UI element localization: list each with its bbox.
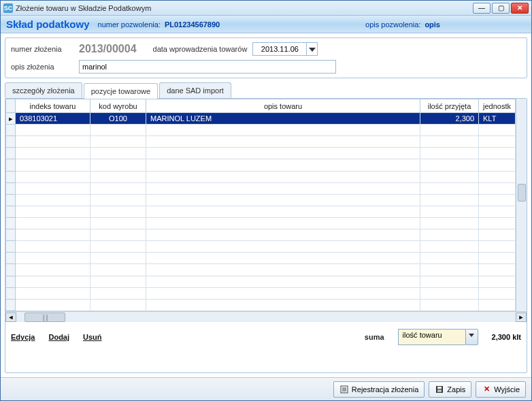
tab-items[interactable]: pozycje towarowe (84, 83, 158, 99)
cell-unit: KLT (479, 113, 516, 125)
hscroll-thumb[interactable] (24, 312, 65, 322)
table-row[interactable] (6, 171, 516, 182)
col-description[interactable]: opis towaru (146, 99, 420, 113)
entry-date-label: data wprowadzenia towarów (153, 45, 248, 53)
form-panel: numer złożenia 2013/00004 data wprowadze… (5, 37, 527, 78)
table-row[interactable] (6, 159, 516, 171)
col-quantity[interactable]: ilość przyjęta (420, 99, 479, 113)
cell-index: 038103021 (16, 113, 90, 125)
exit-button[interactable]: ✕ Wyjście (476, 381, 526, 398)
svg-rect-6 (437, 389, 442, 392)
minimize-button[interactable]: — (473, 3, 491, 14)
table-row[interactable] (6, 125, 516, 136)
header-bar: Skład podatkowy numer pozwolenia: PL0123… (1, 16, 531, 33)
bottom-toolbar: Rejestracja złożenia Zapis ✕ Wyjście (1, 377, 531, 400)
permit-number-label: numer pozwolenia: (98, 20, 161, 29)
window-buttons: — ▢ ✕ (473, 3, 529, 14)
content-area: numer złożenia 2013/00004 data wprowadze… (1, 33, 531, 377)
delete-button[interactable]: Usuń (83, 333, 102, 341)
sum-type-value: ilość towaru (398, 329, 466, 345)
col-unit[interactable]: jednostk (479, 99, 516, 113)
table-row[interactable] (6, 276, 516, 287)
table-row[interactable] (6, 206, 516, 217)
items-grid: indeks towaru kod wyrobu opis towaru ilo… (5, 99, 516, 311)
hscroll-left-icon[interactable]: ◄ (5, 312, 16, 322)
edit-button[interactable]: Edycja (11, 333, 35, 341)
maximize-button[interactable]: ▢ (492, 3, 510, 14)
window: SC Złożenie towaru w Składzie Podatkowym… (0, 0, 532, 401)
sum-value: 2,300 klt (492, 333, 521, 341)
register-submission-button[interactable]: Rejestracja złożenia (333, 381, 425, 398)
table-row[interactable] (6, 229, 516, 241)
titlebar: SC Złożenie towaru w Składzie Podatkowym… (1, 1, 531, 16)
tab-details[interactable]: szczegóły złożenia (5, 82, 82, 98)
floppy-icon (435, 385, 444, 394)
table-row[interactable] (6, 194, 516, 206)
submission-number-label: numer złożenia (11, 45, 73, 53)
document-icon (339, 385, 349, 394)
submission-desc-input[interactable] (79, 60, 336, 74)
row-header-corner (6, 99, 16, 113)
exit-label: Wyjście (494, 385, 520, 394)
table-row[interactable] (6, 217, 516, 229)
sum-type-combo[interactable]: ilość towaru (398, 329, 478, 345)
col-code[interactable]: kod wyrobu (90, 99, 146, 113)
table-row[interactable] (6, 148, 516, 159)
entry-date-input[interactable] (252, 42, 307, 56)
table-row[interactable] (6, 182, 516, 194)
hscroll-right-icon[interactable]: ► (516, 312, 527, 322)
add-button[interactable]: Dodaj (48, 333, 69, 341)
close-icon: ✕ (482, 385, 491, 394)
close-button[interactable]: ✕ (511, 3, 529, 14)
table-row[interactable] (6, 253, 516, 264)
submission-number-value: 2013/00004 (79, 43, 137, 55)
brand-title: Skład podatkowy (6, 18, 90, 30)
chevron-down-icon[interactable] (466, 329, 478, 345)
save-button[interactable]: Zapis (429, 381, 471, 398)
permit-desc-value: opis (425, 20, 440, 29)
grid-wrap: indeks towaru kod wyrobu opis towaru ilo… (5, 99, 527, 311)
window-title: Złożenie towaru w Składzie Podatkowym (16, 4, 473, 12)
cell-quantity: 2,300 (420, 113, 479, 125)
permit-desc-label: opis pozwolenia: (365, 20, 420, 29)
app-icon: SC (3, 3, 13, 13)
horizontal-scrollbar[interactable]: ◄ ► (5, 311, 527, 322)
sum-label: suma (365, 333, 384, 341)
date-picker-icon[interactable] (307, 42, 318, 56)
row-indicator-icon: ▸ (6, 113, 16, 125)
register-label: Rejestracja złożenia (352, 385, 418, 394)
vscroll-thumb[interactable] (518, 184, 526, 202)
tab-body: indeks towaru kod wyrobu opis towaru ilo… (5, 98, 527, 373)
col-index[interactable]: indeks towaru (16, 99, 90, 113)
tab-strip: szczegóły złożenia pozycje towarowe dane… (5, 82, 527, 98)
table-row[interactable]: ▸ 038103021 O100 MARINOL LUZEM 2,300 KLT (6, 113, 516, 125)
table-row[interactable] (6, 241, 516, 253)
cell-code: O100 (90, 113, 146, 125)
svg-rect-5 (437, 387, 442, 389)
vertical-scrollbar[interactable] (516, 99, 527, 311)
hscroll-track[interactable] (16, 312, 516, 322)
tab-sad-import[interactable]: dane SAD import (159, 82, 231, 98)
table-row[interactable] (6, 287, 516, 299)
grid-actions: Edycja Dodaj Usuń suma ilość towaru 2,30… (5, 322, 527, 352)
table-row[interactable] (6, 299, 516, 310)
table-row[interactable] (6, 136, 516, 148)
save-label: Zapis (447, 385, 465, 394)
permit-number-value: PL01234567890 (165, 20, 220, 29)
cell-description: MARINOL LUZEM (146, 113, 420, 125)
table-row[interactable] (6, 264, 516, 276)
submission-desc-label: opis złożenia (11, 63, 73, 71)
